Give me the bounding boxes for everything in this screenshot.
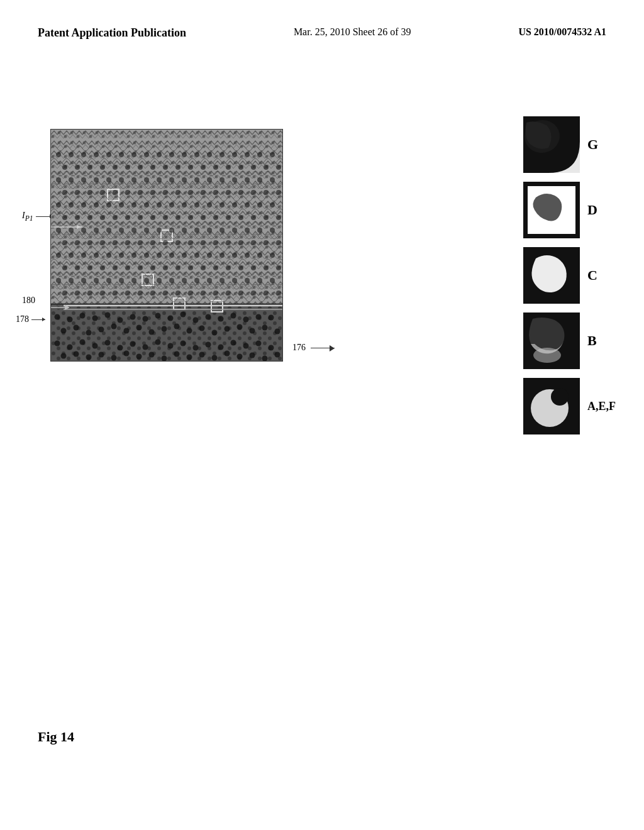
svg-point-77: [150, 190, 155, 195]
svg-point-131: [144, 228, 149, 233]
svg-point-179: [75, 265, 80, 270]
svg-point-194: [264, 265, 269, 270]
svg-point-171: [194, 253, 199, 258]
svg-point-277: [168, 343, 174, 349]
svg-point-196: [56, 278, 61, 283]
svg-point-82: [213, 190, 218, 195]
svg-point-210: [232, 278, 237, 283]
svg-point-66: [232, 177, 237, 182]
svg-point-120: [238, 215, 243, 220]
texture-canvas: [50, 129, 283, 362]
svg-point-260: [187, 328, 192, 334]
svg-point-121: [251, 215, 256, 220]
svg-point-208: [207, 278, 212, 283]
svg-point-162: [81, 253, 86, 258]
svg-point-137: [219, 228, 225, 233]
svg-point-225: [201, 290, 206, 296]
svg-point-220: [138, 290, 143, 296]
svg-point-16: [56, 152, 61, 157]
svg-point-256: [136, 325, 142, 331]
svg-point-49: [251, 165, 256, 170]
label-178: 178: [16, 314, 45, 324]
ip1-text: IP1: [22, 211, 33, 223]
svg-point-63: [194, 177, 199, 182]
svg-point-79: [175, 190, 180, 195]
panel-thumb-B: [523, 313, 580, 369]
panel-label-AEF: A,E,F: [587, 400, 606, 413]
svg-point-270: [80, 340, 86, 345]
svg-point-57: [119, 177, 124, 182]
svg-point-101: [219, 202, 225, 208]
svg-point-62: [182, 177, 187, 182]
svg-point-218: [113, 290, 118, 296]
svg-point-212: [257, 278, 262, 283]
svg-point-266: [262, 325, 268, 331]
svg-point-69: [270, 177, 275, 182]
svg-point-222: [163, 290, 168, 296]
svg-point-167: [144, 253, 149, 258]
svg-point-228: [238, 290, 243, 296]
svg-point-48: [238, 165, 243, 170]
svg-point-103: [245, 202, 250, 208]
svg-point-297: [199, 352, 205, 358]
svg-point-51: [276, 165, 281, 170]
svg-point-55: [94, 177, 99, 182]
svg-point-54: [81, 177, 86, 182]
svg-point-197: [69, 278, 74, 283]
figure-label: Fig 14: [38, 729, 74, 745]
svg-point-273: [118, 345, 123, 351]
svg-point-155: [226, 240, 231, 245]
svg-point-115: [175, 215, 180, 220]
svg-point-280: [206, 342, 211, 348]
svg-point-124: [56, 228, 61, 233]
svg-point-239: [143, 316, 148, 322]
svg-point-109: [100, 215, 105, 220]
svg-point-68: [257, 177, 262, 182]
svg-point-199: [94, 278, 99, 283]
svg-point-70: [62, 190, 67, 195]
panel-row-B: B: [523, 313, 606, 369]
svg-point-182: [113, 265, 118, 270]
svg-point-46: [213, 165, 218, 170]
svg-point-34: [62, 165, 67, 170]
svg-point-285: [269, 345, 274, 351]
svg-point-157: [251, 240, 256, 245]
svg-point-129: [119, 228, 124, 233]
svg-point-296: [187, 355, 192, 360]
svg-point-223: [175, 290, 180, 296]
svg-point-232: [55, 314, 60, 320]
svg-point-204: [157, 278, 162, 283]
svg-point-190: [213, 265, 218, 270]
svg-point-71: [75, 190, 80, 195]
svg-point-72: [87, 190, 92, 195]
svg-point-138: [232, 228, 237, 233]
svg-point-286: [61, 353, 67, 359]
svg-point-176: [257, 253, 262, 258]
svg-point-148: [138, 240, 143, 245]
svg-point-278: [180, 341, 186, 346]
svg-point-205: [169, 278, 174, 283]
svg-point-96: [157, 202, 162, 208]
svg-point-168: [157, 253, 162, 258]
svg-point-316: [533, 348, 561, 363]
svg-point-299: [225, 351, 230, 357]
svg-point-163: [94, 253, 99, 258]
svg-point-191: [226, 265, 231, 270]
label-180: 180: [22, 296, 35, 306]
svg-point-241: [168, 316, 174, 321]
svg-point-230: [264, 290, 269, 296]
svg-point-133: [169, 228, 174, 233]
texture-svg: [51, 130, 283, 362]
svg-point-268: [55, 341, 60, 346]
svg-point-67: [245, 177, 250, 182]
svg-point-217: [100, 290, 105, 296]
svg-point-142: [62, 240, 67, 245]
svg-point-177: [270, 253, 275, 258]
svg-point-75: [125, 190, 130, 195]
svg-point-235: [92, 316, 98, 321]
svg-point-189: [201, 265, 206, 270]
svg-point-118: [213, 215, 218, 220]
svg-point-153: [201, 240, 206, 245]
svg-point-261: [199, 326, 205, 331]
svg-point-298: [212, 355, 218, 361]
